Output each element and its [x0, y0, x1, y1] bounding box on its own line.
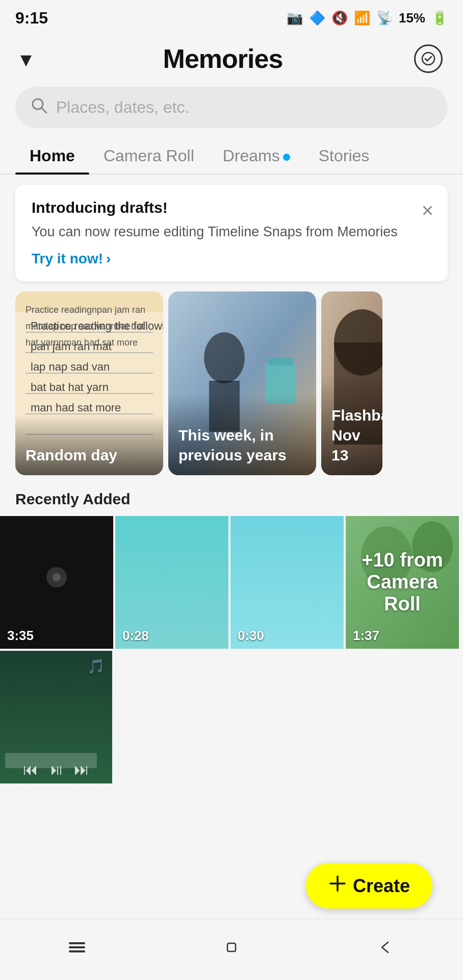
memory-card-label: Random day	[15, 414, 163, 475]
status-bar: 9:15 📷 🔷 🔇 📶 📡 15% 🔋	[0, 0, 463, 36]
signal-icon: 📡	[376, 10, 393, 26]
memory-card-this-week[interactable]: This week, in previous years	[168, 291, 316, 475]
collapse-button[interactable]: ▾	[20, 46, 32, 72]
tab-camera-roll[interactable]: Camera Roll	[89, 138, 209, 174]
nav-menu-icon[interactable]	[66, 936, 88, 964]
media-item-4[interactable]: +10 from Camera Roll 1:37	[346, 516, 459, 649]
media-duration-3: 0:30	[238, 628, 264, 644]
battery-icon: 🔋	[431, 10, 448, 26]
nav-home-icon[interactable]	[220, 936, 243, 964]
media-item-1[interactable]: 3:35	[0, 516, 113, 649]
close-banner-button[interactable]: ×	[422, 199, 433, 222]
svg-rect-37	[69, 942, 85, 944]
page-title: Memories	[163, 43, 283, 74]
svg-point-26	[53, 573, 61, 581]
wifi-icon: 📶	[354, 10, 370, 26]
recently-added-title: Recently Added	[0, 475, 463, 516]
media-duration-1: 3:35	[7, 628, 34, 644]
tab-home[interactable]: Home	[15, 138, 89, 174]
svg-point-0	[422, 53, 434, 65]
nav-back-icon[interactable]	[375, 936, 397, 964]
search-icon	[30, 96, 48, 119]
search-bar[interactable]: Places, dates, etc.	[15, 87, 448, 128]
svg-text:lap nap sad van: lap nap sad van	[31, 360, 110, 373]
media-grid: 3:35 0:28 0:30	[0, 516, 463, 649]
nav-bar	[0, 919, 463, 980]
drafts-title: Introducing drafts!	[32, 199, 431, 216]
camera-status-icon: 📷	[287, 10, 303, 26]
status-time: 9:15	[15, 9, 48, 28]
svg-point-17	[204, 332, 245, 383]
svg-text:Practice reading the following: Practice reading the following	[31, 320, 163, 332]
try-it-now-link[interactable]: Try it now! ›	[32, 251, 431, 267]
media-duration-4: 1:37	[353, 628, 379, 644]
memory-card-label-flashback: Flashback Nov 13	[321, 375, 382, 475]
svg-text:man had sat more: man had sat more	[31, 401, 121, 414]
check-button[interactable]	[414, 44, 443, 73]
memory-card-random-day[interactable]: Practice reading the following pan jam r…	[15, 291, 163, 475]
svg-text:pan jam ran mat: pan jam ran mat	[31, 340, 112, 353]
tab-dreams[interactable]: Dreams	[209, 138, 304, 174]
tab-stories[interactable]: Stories	[304, 138, 384, 174]
svg-rect-38	[69, 946, 85, 948]
search-placeholder-text: Places, dates, etc.	[56, 98, 189, 117]
dreams-dot	[283, 154, 290, 161]
svg-rect-4	[15, 291, 163, 312]
status-icons: 📷 🔷 🔇 📶 📡 15% 🔋	[287, 10, 448, 26]
bluetooth-icon: 🔷	[309, 10, 325, 26]
svg-rect-20	[268, 358, 293, 365]
page-header: ▾ Memories	[0, 36, 463, 82]
media-item-5[interactable]: 🎵 ⏮ ⏯ ⏭	[0, 651, 112, 783]
svg-rect-39	[69, 950, 85, 952]
svg-text:bat bat hat yarn: bat bat hat yarn	[31, 381, 109, 394]
create-plus-icon	[328, 874, 347, 897]
svg-rect-40	[227, 943, 236, 951]
mute-icon: 🔇	[331, 10, 348, 26]
media-item-2[interactable]: 0:28	[115, 516, 228, 649]
create-button[interactable]: Create	[306, 863, 432, 909]
battery-level: 15%	[399, 10, 425, 26]
music-icon: 🎵	[87, 658, 105, 675]
chevron-right-icon: ›	[106, 251, 111, 267]
drafts-banner: Introducing drafts! You can now resume e…	[15, 185, 448, 281]
search-container: Places, dates, etc.	[0, 82, 463, 138]
svg-line-2	[41, 108, 46, 113]
create-label: Create	[353, 875, 410, 897]
tabs-bar: Home Camera Roll Dreams Stories	[0, 138, 463, 175]
memory-card-flashback[interactable]: Flashback Nov 13	[321, 291, 382, 475]
media-duration-2: 0:28	[122, 628, 149, 644]
media-item-3[interactable]: 0:30	[230, 516, 344, 649]
memory-card-label-week: This week, in previous years	[168, 395, 316, 475]
media-row-2: 🎵 ⏮ ⏯ ⏭	[0, 649, 463, 886]
memory-cards-row: Practice reading the following pan jam r…	[0, 291, 463, 475]
drafts-description: You can now resume editing Timeline Snap…	[32, 222, 431, 242]
